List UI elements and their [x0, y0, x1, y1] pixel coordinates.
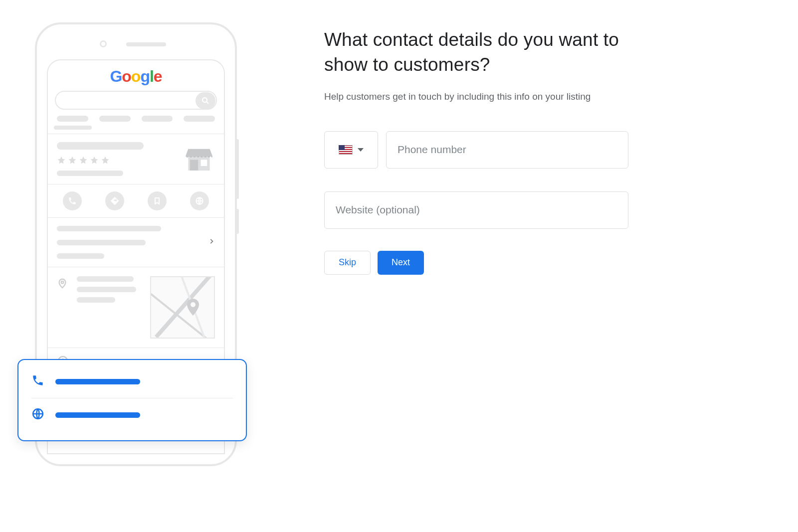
search-bar: [55, 91, 217, 110]
svg-rect-4: [201, 160, 207, 166]
page-subheading: Help customers get in touch by including…: [324, 91, 753, 102]
svg-rect-3: [190, 160, 198, 171]
search-icon: [196, 92, 215, 109]
website-action-icon: [190, 191, 209, 210]
website-input[interactable]: [324, 191, 628, 229]
directions-action-icon: [105, 191, 124, 210]
contact-preview-callout: [17, 359, 247, 441]
skip-button[interactable]: Skip: [324, 251, 371, 275]
callout-website-row: [31, 398, 233, 431]
svg-point-0: [202, 98, 207, 102]
svg-point-10: [191, 302, 196, 307]
storefront-icon: [181, 139, 217, 175]
chevron-right-icon: [208, 236, 215, 248]
svg-point-6: [61, 281, 64, 284]
map-thumbnail: [150, 276, 215, 339]
svg-line-7: [156, 277, 211, 337]
chevron-down-icon: [358, 148, 364, 152]
us-flag-icon: [339, 145, 353, 155]
phone-number-input[interactable]: [386, 131, 628, 169]
page-heading: What contact details do you want to show…: [324, 27, 633, 77]
google-logo: Google: [110, 67, 162, 86]
svg-line-1: [206, 102, 208, 104]
save-action-icon: [148, 191, 167, 210]
callout-phone-row: [31, 365, 233, 398]
globe-icon: [31, 407, 44, 422]
location-pin-icon: [57, 276, 68, 292]
next-button[interactable]: Next: [378, 251, 424, 275]
call-action-icon: [63, 191, 82, 210]
country-code-selector[interactable]: [324, 131, 378, 169]
phone-icon: [31, 374, 44, 389]
